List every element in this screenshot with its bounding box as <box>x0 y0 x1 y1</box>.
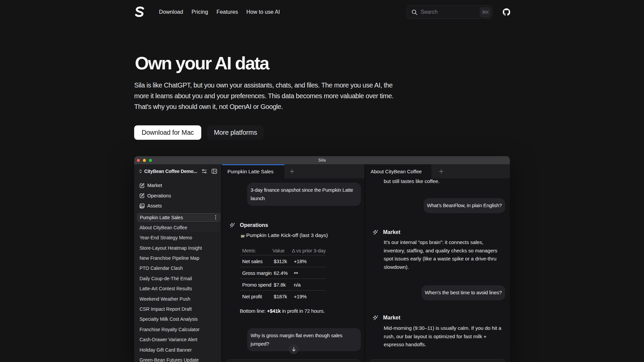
new-tab-button[interactable] <box>284 164 299 178</box>
hero-title: Own your AI data <box>135 53 269 73</box>
sidebar: CityBean Coffee Demo... <box>134 164 221 362</box>
sidebar-item-label: Assets <box>147 203 162 208</box>
coffee-emoji <box>240 233 245 238</box>
window-main: CityBean Coffee Demo... <box>134 164 510 362</box>
assistant-name: Market <box>383 315 400 321</box>
workspace-name[interactable]: CityBean Coffee Demo... <box>144 169 197 174</box>
right-pane-content: but still tastes like coffee. What’s Bea… <box>365 178 510 362</box>
assistant-header: Operations <box>229 222 268 228</box>
sidebar-item-assets[interactable]: Assets <box>134 201 221 211</box>
sparkle-icon <box>229 222 235 228</box>
search-icon <box>412 9 417 15</box>
chat-list-item[interactable]: Latte-Art Contest Results <box>137 284 220 293</box>
chat-list-item[interactable]: Specialty Milk Cost Analysis <box>137 315 220 323</box>
user-message: 3-day finance snapshot since the Pumpkin… <box>247 183 361 206</box>
compose-icon <box>139 183 145 188</box>
chat-list-item[interactable]: Franchise Royalty Calculator <box>137 325 220 334</box>
assistant-message: It’s our internal “ops brain”: it connec… <box>384 238 497 271</box>
chat-list-item[interactable]: Green-Bean Futures Update <box>137 356 220 362</box>
hero-paragraph-line: more it learns about you and your prefer… <box>134 91 393 102</box>
chat-list-item[interactable]: About CityBean Coffee <box>137 223 220 232</box>
assistant-subtitle: Pumpkin Latte Kick-off (last 3 days) <box>240 232 328 238</box>
chat-list-item[interactable]: Daily Coup-de-Thé Email <box>137 274 220 283</box>
sila-logo-icon[interactable] <box>133 6 146 18</box>
chat-list-item[interactable]: CSR Impact Report Draft <box>137 305 220 313</box>
chat-list-item[interactable]: Holiday Gift Card Banner <box>137 346 220 354</box>
chat-list-item[interactable]: Weekend Weather Push <box>137 295 220 303</box>
chat-item-label: Store-Layout Heatmap Insight <box>140 245 217 251</box>
chat-list-item[interactable]: Year-End Strategy Memo <box>137 233 220 242</box>
arrow-down-icon <box>291 347 296 352</box>
search-shortcut-badge: ⌘K <box>480 7 491 17</box>
pane-about-citybean-coffee: About CityBean Coffee but still tastes l… <box>365 164 510 362</box>
window-titlebar: Sila <box>134 156 510 164</box>
close-window-button[interactable] <box>137 159 140 162</box>
workspace-switcher-icon[interactable] <box>139 169 142 174</box>
user-message: When’s the best time to avoid lines? <box>422 285 505 300</box>
hero-paragraph-line: That's why you should own it, not OpenAI… <box>134 102 393 112</box>
photo-icon <box>139 203 145 209</box>
assistant-subtitle-text: Pumpkin Latte Kick-off (last 3 days) <box>246 232 328 238</box>
sidebar-header: CityBean Coffee Demo... <box>134 164 221 178</box>
chat-item-label: Holiday Gift Card Banner <box>140 347 217 353</box>
traffic-lights <box>137 156 152 164</box>
more-platforms-button[interactable]: More platforms <box>207 125 264 140</box>
sidebar-menu: Market Operations <box>134 180 221 211</box>
table-header-row: Metric Value Δ vs prior 3-day <box>240 246 326 255</box>
message-input[interactable] <box>369 359 506 362</box>
chat-list-item[interactable]: Store-Layout Heatmap Insight <box>137 244 220 252</box>
chat-list-item[interactable]: New Franchise Pipeline Map <box>137 254 220 262</box>
download-for-mac-button[interactable]: Download for Mac <box>134 125 201 140</box>
app-window: Sila CityBean Coffee Demo... <box>134 156 510 362</box>
tab-about-citybean-coffee[interactable]: About CityBean Coffee <box>365 164 431 178</box>
new-tab-button[interactable] <box>431 164 451 178</box>
minimize-window-button[interactable] <box>143 159 146 162</box>
search-input[interactable]: Search ⌘K <box>407 5 492 19</box>
pane-pumpkin-latte-sales: Pumpkin Latte Sales 3-day finance snapsh… <box>222 164 365 362</box>
assistant-name: Operations <box>240 222 268 228</box>
chat-list-item[interactable]: Cash-Drawer Variance Alert <box>137 335 220 344</box>
hero-paragraph: Sila is like ChatGPT, but you own your a… <box>134 80 393 112</box>
chat-list-item[interactable]: PTO Calendar Clash <box>137 264 220 273</box>
assistant-name: Market <box>383 229 400 235</box>
sidebar-item-operations[interactable]: Operations <box>134 191 221 201</box>
sparkle-icon <box>373 315 379 321</box>
tab-label: Pumpkin Latte Sales <box>227 169 274 174</box>
window-title: Sila <box>318 158 326 163</box>
chat-item-label: Weekend Weather Push <box>140 296 217 302</box>
nav-link-pricing[interactable]: Pricing <box>192 9 208 15</box>
assistant-header: Market <box>373 229 400 235</box>
message-input[interactable] <box>226 359 361 362</box>
nav-link-features[interactable]: Features <box>217 9 238 15</box>
chat-list: Pumpkin Latte Sales About CityBean Coffe… <box>134 213 221 362</box>
table-row: Promo spend $7.8k n/a <box>240 279 326 291</box>
collapse-sidebar-icon[interactable] <box>211 168 217 174</box>
left-tabbar: Pumpkin Latte Sales <box>222 164 365 178</box>
github-icon[interactable] <box>503 8 510 16</box>
compose-icon <box>139 193 145 198</box>
hero-paragraph-line: Sila is like ChatGPT, but you own your a… <box>134 80 393 91</box>
chat-item-label: Pumpkin Latte Sales <box>140 215 215 220</box>
chat-item-label: Green-Bean Futures Update <box>140 357 217 362</box>
chat-list-item-selected[interactable]: Pumpkin Latte Sales <box>137 213 220 222</box>
sidebar-item-market[interactable]: Market <box>134 180 221 191</box>
zoom-window-button[interactable] <box>149 159 152 162</box>
chat-item-label: New Franchise Pipeline Map <box>140 255 217 261</box>
right-tabbar: About CityBean Coffee <box>365 164 510 178</box>
nav-link-download[interactable]: Download <box>159 9 183 15</box>
table-row: Net sales $312k +18% <box>240 255 326 267</box>
chat-item-label: Daily Coup-de-Thé Email <box>140 276 217 281</box>
user-message: Why is gross margin flat even though sal… <box>247 328 361 351</box>
scroll-to-bottom-button[interactable] <box>289 345 299 354</box>
chat-item-menu-icon[interactable] <box>215 215 216 220</box>
chat-item-label: Year-End Strategy Memo <box>140 235 217 240</box>
tab-pumpkin-latte-sales[interactable]: Pumpkin Latte Sales <box>222 164 284 178</box>
metrics-table: Metric Value Δ vs prior 3-day Net sales … <box>240 246 326 302</box>
sidebar-item-label: Market <box>147 183 162 188</box>
table-row: Net profit $187k +19% <box>240 291 326 302</box>
workspace-settings-icon[interactable] <box>201 168 207 174</box>
chat-item-label: Specialty Milk Cost Analysis <box>140 316 217 322</box>
chat-item-label: PTO Calendar Clash <box>140 265 217 271</box>
nav-link-how-to-use-ai[interactable]: How to use AI <box>247 9 280 15</box>
assistant-message-tail: but still tastes like coffee. <box>384 177 439 186</box>
